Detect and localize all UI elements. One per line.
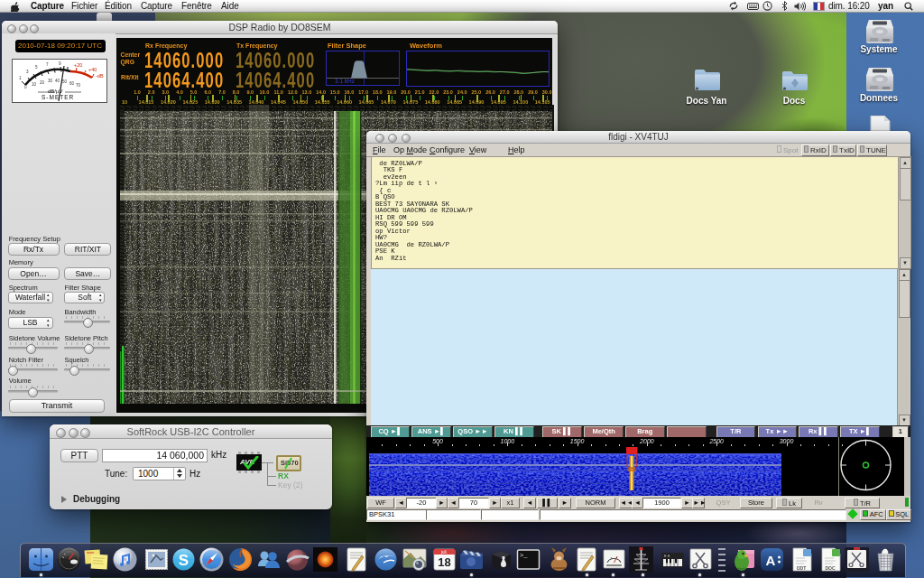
svg-text:20: 20 — [40, 80, 45, 85]
svg-text:S: S — [179, 552, 189, 569]
svg-text:0: 0 — [24, 85, 27, 89]
svg-text:3: 3 — [26, 70, 29, 74]
svg-text:juil.: juil. — [440, 550, 448, 555]
svg-text:+40: +40 — [88, 67, 97, 72]
svg-text:>_: >_ — [520, 552, 528, 559]
svg-text:50: 50 — [62, 79, 68, 84]
svg-text:60: 60 — [69, 81, 75, 86]
svg-text:30: 30 — [48, 79, 53, 83]
svg-text:DOC: DOC — [825, 565, 836, 571]
svg-text:10: 10 — [32, 82, 37, 87]
svg-text:1: 1 — [19, 76, 22, 80]
svg-text:7: 7 — [46, 62, 49, 67]
svg-text:70: 70 — [76, 83, 81, 88]
svg-text:ODT: ODT — [797, 565, 807, 571]
svg-text:9: 9 — [59, 61, 61, 66]
svg-text:+20: +20 — [74, 62, 82, 68]
svg-text:40: 40 — [55, 79, 60, 83]
svg-text:S-METER: S-METER — [42, 94, 74, 100]
svg-text:5: 5 — [35, 65, 38, 70]
svg-text:18: 18 — [438, 555, 450, 569]
svg-text:-dB: -dB — [96, 73, 104, 79]
svg-text:3.1 kHz: 3.1 kHz — [335, 78, 355, 84]
svg-text:A: A — [766, 553, 776, 568]
